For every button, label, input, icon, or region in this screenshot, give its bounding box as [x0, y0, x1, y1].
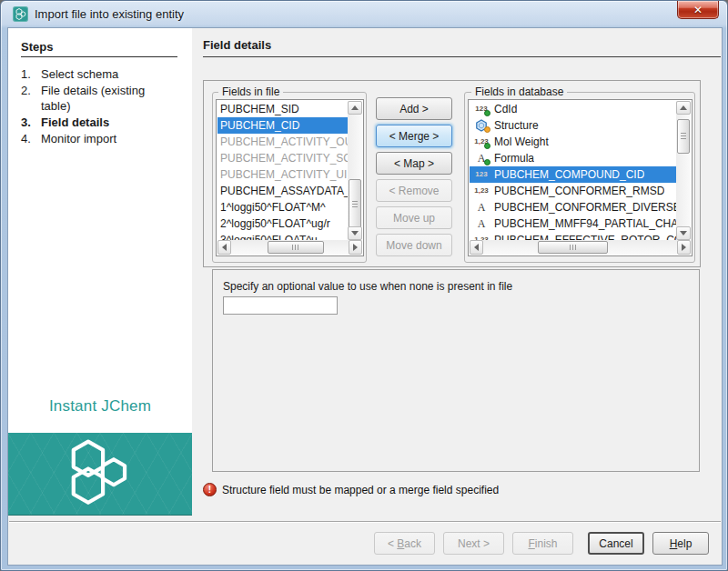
db-field-label: Mol Weight: [494, 135, 549, 148]
fields-in-file-label: Fields in file: [218, 85, 283, 98]
comma-glyph: ,: [479, 186, 480, 195]
step-item: 1.Select schema: [21, 66, 185, 82]
fields-in-file-list[interactable]: PUBCHEM_SIDPUBCHEM_CIDPUBCHEM_ACTIVITY_O…: [216, 99, 364, 256]
scroll-down-button[interactable]: [676, 226, 691, 240]
brand-banner: [8, 433, 192, 516]
step-label: Field details: [41, 115, 170, 130]
file-field-item[interactable]: PUBCHEM_ACTIVITY_OU: [217, 134, 348, 150]
step-number: 2.: [21, 83, 41, 114]
scroll-left-button[interactable]: [217, 240, 231, 255]
help-button[interactable]: Help: [652, 532, 709, 555]
db-field-item[interactable]: 1,23PUBCHEM_CONFORMER_RMSD: [470, 183, 676, 199]
scrollbar-thumb[interactable]: [349, 179, 361, 229]
steps-title: Steps: [21, 40, 53, 54]
scrollbar-thumb[interactable]: [268, 241, 324, 254]
float-icon: 1,23: [472, 185, 490, 197]
scroll-right-button[interactable]: [349, 240, 362, 255]
cancel-button[interactable]: Cancel: [588, 532, 644, 555]
move-up-button: Move up: [376, 206, 452, 229]
optional-value-panel: Specify an optional value to use when no…: [212, 269, 700, 472]
scroll-left-button[interactable]: [470, 240, 483, 255]
up-arrow-icon: [351, 105, 359, 110]
db-field-item[interactable]: APUBCHEM_MMFF94_PARTIAL_CHA: [470, 215, 676, 232]
step-number: 1.: [21, 66, 41, 82]
right-arrow-icon: [682, 244, 686, 251]
db-field-label: PUBCHEM_EFFECTIVE_ROTOR_CO: [494, 234, 676, 240]
step-label: Select schema: [41, 66, 170, 82]
scroll-right-button[interactable]: [677, 240, 691, 255]
file-field-item[interactable]: 3^loggi50^FLOAT^u: [217, 232, 348, 240]
optional-value-input[interactable]: [223, 296, 338, 315]
float-icon: 1,23: [472, 234, 490, 240]
horizontal-scrollbar[interactable]: [470, 240, 691, 255]
db-field-label: CdId: [494, 103, 517, 115]
hexagon-logo-icon: [56, 436, 144, 513]
step-label: Monitor import: [41, 131, 170, 146]
db-field-item[interactable]: Structure: [470, 117, 676, 134]
db-field-label: PUBCHEM_COMPOUND_CID: [494, 168, 644, 181]
db-field-item[interactable]: 1,23Mol Weight: [470, 134, 676, 150]
file-field-item[interactable]: PUBCHEM_ACTIVITY_UI: [217, 166, 348, 183]
back-button: < Back: [374, 532, 435, 555]
map-button[interactable]: < Map >: [376, 152, 452, 175]
fields-in-database-label: Fields in database: [471, 85, 567, 98]
db-field-label: PUBCHEM_MMFF94_PARTIAL_CHA: [494, 217, 676, 230]
steps-sidebar: Steps 1.Select schema2.File details (exi…: [8, 28, 192, 515]
db-field-label: PUBCHEM_CONFORMER_RMSD: [494, 185, 664, 197]
error-icon: !: [203, 483, 217, 496]
vertical-scrollbar[interactable]: [348, 101, 362, 240]
integer-icon: 123: [472, 168, 490, 181]
steps-list: 1.Select schema2.File details (existing …: [21, 66, 185, 147]
green-badge: [484, 159, 490, 165]
file-field-item[interactable]: PUBCHEM_SID: [217, 101, 348, 117]
scrollbar-thumb[interactable]: [538, 241, 608, 254]
up-arrow-icon: [680, 105, 687, 110]
file-field-item[interactable]: PUBCHEM_ACTIVITY_SC: [217, 150, 348, 166]
text-icon: A: [472, 152, 490, 165]
remove-button: < Remove: [376, 179, 452, 202]
steps-title-rule: [21, 56, 177, 57]
green-badge: [484, 110, 490, 116]
finish-button: Finish: [512, 532, 573, 555]
integer-icon: 123: [472, 103, 490, 115]
orange-badge: [484, 126, 490, 133]
structure-icon: [472, 119, 490, 132]
db-field-item[interactable]: 123PUBCHEM_COMPOUND_CID: [470, 166, 676, 183]
file-field-item[interactable]: 1^loggi50^FLOAT^M^: [217, 199, 348, 215]
vertical-scrollbar[interactable]: [676, 101, 691, 240]
left-arrow-icon: [222, 244, 227, 251]
db-field-item[interactable]: 1,23PUBCHEM_EFFECTIVE_ROTOR_CO: [470, 232, 676, 240]
brand-text: Instant JChem: [8, 397, 192, 416]
scroll-up-button[interactable]: [348, 101, 362, 115]
fields-in-database-list[interactable]: 123CdId Structure1,23Mol WeightAFormula1…: [468, 99, 693, 256]
add-button[interactable]: Add >: [376, 97, 452, 120]
db-field-item[interactable]: APUBCHEM_CONFORMER_DIVERSEO: [470, 199, 676, 215]
scrollbar-thumb[interactable]: [677, 119, 690, 154]
db-field-item[interactable]: 123CdId: [470, 101, 676, 117]
import-wizard-window: Import file into existing entity ✕ Steps…: [0, 0, 728, 571]
close-button[interactable]: ✕: [677, 1, 719, 19]
dialog-content: Steps 1.Select schema2.File details (exi…: [8, 28, 722, 565]
page-title: Field details: [203, 38, 271, 52]
down-arrow-icon: [680, 231, 687, 235]
right-arrow-icon: [353, 244, 358, 251]
window-title: Import file into existing entity: [35, 7, 184, 21]
comma-glyph: ,: [479, 137, 480, 145]
scroll-down-button[interactable]: [348, 226, 362, 240]
merge-button[interactable]: < Merge >: [376, 125, 452, 147]
db-field-item[interactable]: AFormula: [470, 150, 676, 166]
file-field-item[interactable]: 2^loggi50^FLOAT^ug/r: [217, 215, 348, 232]
step-number: 3.: [21, 115, 41, 130]
horizontal-scrollbar[interactable]: [217, 240, 362, 255]
text-icon: A: [472, 217, 490, 230]
step-item: 3.Field details: [21, 115, 185, 130]
scroll-up-button[interactable]: [676, 101, 691, 115]
page-title-rule: [203, 56, 721, 57]
footer-separator: [9, 521, 721, 523]
down-arrow-icon: [351, 231, 359, 235]
file-field-item[interactable]: PUBCHEM_CID: [217, 117, 348, 134]
db-field-label: PUBCHEM_CONFORMER_DIVERSEO: [494, 201, 676, 214]
error-message: Structure field must be mapped or a merg…: [222, 484, 499, 496]
file-field-item[interactable]: PUBCHEM_ASSAYDATA_: [217, 183, 348, 199]
app-logo-icon: [13, 6, 28, 22]
